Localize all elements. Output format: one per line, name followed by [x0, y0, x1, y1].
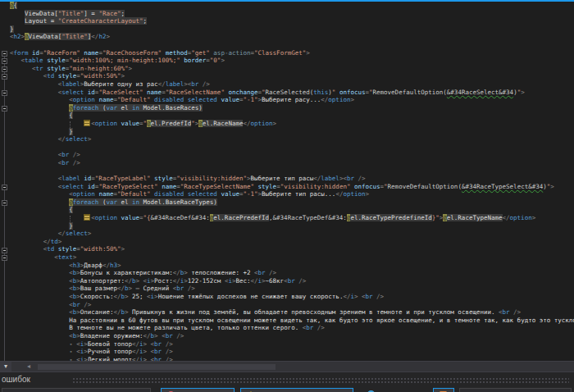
code-line: <text> — [10, 253, 574, 262]
code-line: <label>Выберите одну из рас</label><br /… — [10, 80, 574, 89]
code-line: @foreach (var el in Model.BaseRaceTypes) — [10, 198, 574, 207]
code-line: <b>Описание:</b> Привыкнув к жизни под з… — [10, 308, 574, 317]
code-line: <option value="{&#34RaceDef&#34:@el.Race… — [10, 214, 574, 222]
code-line: <b>Бонусы к характеристикам:</b> телосло… — [10, 269, 574, 277]
code-line: <select id="RaceSelect" name="RaceSelect… — [10, 89, 574, 97]
fold-marker[interactable] — [2, 90, 7, 96]
code-line: <option name="Default" disabled selected… — [10, 190, 574, 198]
snippet-icon — [84, 120, 90, 126]
code-line: </select> — [10, 230, 574, 238]
code-line: @{ — [10, 2, 574, 10]
errors-toggle-button[interactable] — [161, 388, 235, 392]
code-line: <option name="Default" disabled selected… — [10, 96, 574, 104]
fold-marker[interactable] — [2, 74, 7, 80]
code-line: - <i>Ручной топор</i> <br /> — [10, 348, 574, 356]
code-line: На расстоянии в 60 футов вы при тусклом … — [10, 317, 574, 325]
fold-marker[interactable] — [2, 248, 7, 253]
code-line: <tr style="min-height:60%"> — [10, 65, 574, 73]
fold-marker[interactable] — [2, 51, 7, 57]
code-line: <option value="@el.PredefId">@el.RaceNam… — [10, 120, 574, 128]
code-line: <table style="width:100%; min-height:100… — [10, 57, 574, 65]
code-line: @foreach (var el in Model.BaseRaces) — [10, 104, 574, 112]
code-line: </td> — [10, 238, 574, 246]
code-line — [10, 144, 574, 152]
code-editor[interactable]: @{ ViewData["Title"] = "Race"; Layout = … — [0, 2, 574, 361]
code-line: } — [10, 25, 574, 34]
code-line: { — [10, 112, 574, 120]
code-line: </select> — [10, 135, 574, 144]
code-line: <b>Скорость:</b> 25; <i>Ношение тяжёлых … — [10, 293, 574, 301]
horizontal-scrollbar[interactable]: ▾ ◂ — [0, 361, 574, 372]
filter-button[interactable] — [433, 388, 454, 392]
code-line: <td style="width:50%"> — [10, 72, 574, 80]
indent-guide — [70, 121, 71, 130]
error-search-box[interactable] — [459, 388, 572, 392]
fold-guide-line — [4, 52, 5, 361]
code-line: } — [10, 128, 574, 136]
code-line — [10, 41, 574, 49]
scrollbar-thumb[interactable] — [38, 364, 276, 370]
fold-marker[interactable] — [2, 185, 7, 190]
vs-editor-window: @{ ViewData["Title"] = "Race"; Layout = … — [0, 0, 574, 392]
code-line: <b>Ваш размер</b> — Средний <br /> — [10, 285, 574, 293]
code-line: <td style="width:50%"> — [10, 245, 574, 253]
code-line: - <i>Боевой топор</i> <br /> — [10, 340, 574, 349]
error-list-panel: ошибок — [0, 371, 574, 392]
code-line: <select id="RaceTypeSelect" name="RaceTy… — [10, 183, 574, 191]
code-line: <label id="RaceTypeLabel" style="visibil… — [10, 175, 574, 183]
fold-marker[interactable] — [2, 58, 7, 64]
code-line: <h2>@ViewData["Title"]</h2> — [10, 33, 574, 41]
error-list-toolbar — [0, 386, 574, 392]
fold-marker[interactable] — [2, 255, 7, 261]
code-line: ViewData["Title"] = "Race"; — [10, 10, 574, 18]
code-area[interactable]: @{ ViewData["Title"] = "Race"; Layout = … — [10, 2, 574, 361]
fold-marker[interactable] — [2, 200, 7, 206]
indent-guide — [70, 216, 71, 224]
code-line — [10, 166, 574, 175]
code-line: <br /> — [10, 151, 574, 159]
error-filter-dropdown[interactable] — [2, 388, 151, 392]
fold-marker[interactable] — [2, 106, 7, 112]
code-line: Layout = "CreateCharacterLayout"; — [10, 17, 574, 25]
warnings-toggle-button[interactable] — [240, 388, 353, 392]
snippet-icon — [84, 214, 90, 221]
code-line: <b>Владение оружием:</b> <br /> — [10, 332, 574, 340]
code-line: <b>Автопортрет:</b> <i>Рост:</i>122-152с… — [10, 277, 574, 285]
code-line: В темноте вы не можете различать цвета, … — [10, 324, 574, 332]
code-line: <br /> — [10, 159, 574, 167]
code-line: <form id="RaceForm" name="RaceChooseForm… — [10, 49, 574, 57]
code-line: } — [10, 222, 574, 230]
code-line: { — [10, 206, 574, 214]
code-line: <h3>Дварф</h3> — [10, 262, 574, 270]
chevron-down-icon: ▾ — [4, 362, 7, 370]
code-line: <br /> — [10, 301, 574, 309]
panel-title: ошибок — [2, 375, 30, 384]
panel-drag-texture — [72, 377, 569, 384]
fold-marker[interactable] — [2, 66, 7, 72]
